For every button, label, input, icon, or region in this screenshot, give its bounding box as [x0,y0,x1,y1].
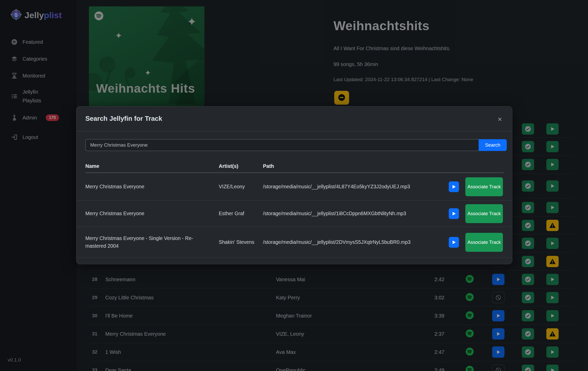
preview-play-button[interactable] [449,237,459,248]
preview-play-button[interactable] [449,208,459,219]
search-jellyfin-modal: Search Jellyfin for Track Search Name Ar… [76,106,512,264]
column-header-name: Name [85,163,99,169]
result-associate-cell: Associate Track [465,227,503,257]
column-header-artist: Artist(s) [219,163,238,169]
result-artist: Shakin' Stevens [219,227,257,257]
result-play-cell [449,173,459,200]
track-search-input[interactable] [85,139,479,151]
result-name: Merry Christmas Everyone [85,201,209,227]
result-name: Merry Christmas Everyone [85,173,209,200]
result-play-cell [449,227,459,257]
preview-play-button[interactable] [449,181,459,192]
column-header-path: Path [263,163,274,169]
associate-track-button[interactable]: Associate Track [465,204,503,223]
associate-track-button[interactable]: Associate Track [465,233,503,252]
search-result-row: Merry Christmas Everyone - Single Versio… [76,227,512,258]
search-result-row: Merry Christmas EveryoneEsther Graf/stor… [76,201,512,227]
result-artist: VIZE/Leony [219,173,257,200]
close-icon[interactable] [496,115,504,123]
table-header-divider [85,172,504,173]
modal-title: Search Jellyfin for Track [85,115,162,123]
result-path: /storage/media/music/__jellyplist/1i8CcD… [263,201,452,227]
search-result-row: Merry Christmas EveryoneVIZE/Leony/stora… [76,173,512,201]
result-artist: Esther Graf [219,201,257,227]
app-root: Jellyplist Featured Categories Monitored [0,0,588,371]
result-name: Merry Christmas Everyone - Single Versio… [85,227,209,257]
associate-track-button[interactable]: Associate Track [465,177,503,196]
modal-header: Search Jellyfin for Track [76,106,512,132]
result-path: /storage/media/music/__jellyplist/2DVmys… [263,227,452,257]
search-button[interactable]: Search [479,139,507,151]
result-associate-cell: Associate Track [465,173,503,200]
result-associate-cell: Associate Track [465,201,503,227]
result-play-cell [449,201,459,227]
result-path: /storage/media/music/__jellyplist/4L87Y4… [263,173,452,200]
